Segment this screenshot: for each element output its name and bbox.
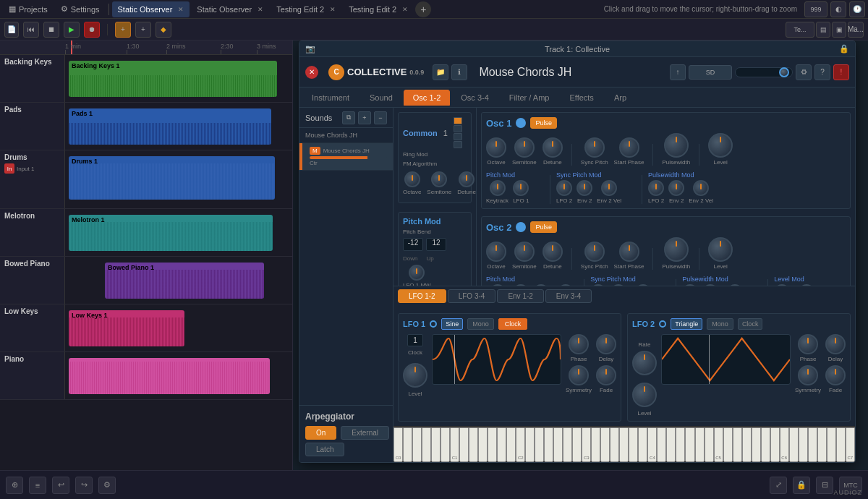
close-tab-4[interactable]: ✕ xyxy=(402,6,408,13)
tab-osc-1-2[interactable]: Osc 1-2 xyxy=(404,90,451,106)
add-track-toolbar-btn[interactable]: ⊕ xyxy=(6,477,23,494)
common-tab-2[interactable] xyxy=(454,125,462,132)
tab-settings[interactable]: ⚙ Settings xyxy=(55,1,106,17)
osc1-env2-knob[interactable] xyxy=(576,180,592,196)
piano-white-key[interactable] xyxy=(412,427,422,462)
piano-white-key[interactable] xyxy=(817,427,827,462)
piano-white-key[interactable] xyxy=(600,427,610,462)
add-track-btn2[interactable]: + xyxy=(135,22,151,38)
piano-white-key[interactable] xyxy=(733,427,742,462)
lfo2-clock-btn[interactable]: Clock xyxy=(738,318,763,330)
lfo2-level-knob[interactable] xyxy=(632,383,657,407)
copy-sounds-btn[interactable]: ⧉ xyxy=(342,111,355,124)
piano-white-key[interactable] xyxy=(403,427,412,462)
piano-white-key[interactable] xyxy=(563,427,572,462)
tab-instrument[interactable]: Instrument xyxy=(302,90,359,106)
osc1-detune-knob[interactable] xyxy=(542,137,563,158)
osc1-semitone-knob[interactable] xyxy=(514,137,535,158)
piano-white-key[interactable] xyxy=(469,427,478,462)
folder-icon[interactable]: 📁 xyxy=(433,64,448,80)
piano-white-key[interactable] xyxy=(638,427,647,462)
piano-white-key[interactable] xyxy=(761,427,770,462)
add-event-btn[interactable]: + xyxy=(115,22,131,38)
osc2-octave-knob[interactable] xyxy=(486,242,506,262)
camera-icon[interactable]: 📷 xyxy=(305,44,315,54)
tl-misc-2[interactable]: ▤ xyxy=(816,22,830,38)
osc1-pw-env2vel-knob[interactable] xyxy=(693,180,709,196)
piano-white-key[interactable] xyxy=(591,427,600,462)
lfo2-phase-knob[interactable] xyxy=(798,334,818,354)
lfo1-symmetry-knob[interactable] xyxy=(569,365,589,385)
piano-white-key[interactable] xyxy=(705,427,714,462)
lfo1-sine-btn[interactable]: Sine xyxy=(441,318,463,330)
osc2-sync-pitch-knob[interactable] xyxy=(584,242,605,262)
piano-white-key[interactable] xyxy=(752,427,761,462)
piano-white-key[interactable]: C6 xyxy=(780,427,789,462)
lfo1-mono-btn[interactable]: Mono xyxy=(467,318,494,330)
osc2-level-knob[interactable] xyxy=(708,237,733,262)
piano-white-key[interactable] xyxy=(789,427,799,462)
piano-white-key[interactable]: C7 xyxy=(846,427,855,462)
lfo1-delay-knob[interactable] xyxy=(596,334,616,354)
piano-white-key[interactable] xyxy=(610,427,619,462)
close-button[interactable]: ✕ xyxy=(305,66,318,79)
piano-white-key[interactable] xyxy=(742,427,752,462)
common-tab-3[interactable] xyxy=(454,133,462,140)
volume-slider[interactable] xyxy=(735,67,793,77)
piano-white-key[interactable] xyxy=(535,427,544,462)
close-tab-3[interactable]: ✕ xyxy=(330,6,336,13)
common-tab-4[interactable] xyxy=(454,141,462,148)
track-content-drums[interactable]: Drums 1 xyxy=(65,150,292,208)
tab-projects[interactable]: ▦ Projects xyxy=(3,1,54,17)
clip-melotron-1[interactable]: Melotron 1 xyxy=(69,215,273,251)
piano-white-key[interactable] xyxy=(629,427,638,462)
info-icon[interactable]: ℹ xyxy=(451,64,467,80)
tab-arp[interactable]: Arp xyxy=(605,90,636,106)
common-tab-1[interactable] xyxy=(454,117,462,124)
track-content-backing-keys[interactable]: Backing Keys 1 xyxy=(65,55,292,102)
piano-white-key[interactable] xyxy=(422,427,431,462)
remove-sound-btn[interactable]: − xyxy=(374,111,387,124)
piano-white-key[interactable] xyxy=(488,427,497,462)
question-icon[interactable]: ? xyxy=(814,64,830,80)
piano-white-key[interactable] xyxy=(506,427,516,462)
piano-white-key[interactable] xyxy=(431,427,441,462)
piano-white-key[interactable]: C3 xyxy=(582,427,591,462)
osc1-sync-pitch-knob[interactable] xyxy=(584,137,605,158)
piano-white-key[interactable] xyxy=(478,427,488,462)
osc1-power-btn[interactable] xyxy=(516,118,526,128)
tab-lfo-1-2[interactable]: LFO 1-2 xyxy=(398,289,446,303)
minus-btn[interactable]: ⊟ xyxy=(816,477,833,494)
semitone-knob[interactable] xyxy=(431,171,447,187)
osc1-waveform-btn[interactable]: Pulse xyxy=(530,117,557,129)
lfo1-level-knob[interactable] xyxy=(403,363,427,388)
clip-pads-1[interactable]: Pads 1 xyxy=(69,108,271,145)
osc1-pulsewidth-knob[interactable] xyxy=(664,133,689,158)
lfo1-power-btn[interactable] xyxy=(430,320,437,328)
piano-white-key[interactable] xyxy=(572,427,582,462)
tab-testing-edit-1[interactable]: Testing Edit 2 ✕ xyxy=(271,1,341,17)
osc2-waveform-btn[interactable]: Pulse xyxy=(530,221,557,233)
tl-misc-1[interactable]: Te... xyxy=(786,22,814,38)
pitch-bend-up[interactable]: 12 xyxy=(426,238,446,251)
tab-effects[interactable]: Effects xyxy=(560,90,603,106)
osc1-octave-knob[interactable] xyxy=(486,137,506,158)
new-track-btn[interactable]: 📄 xyxy=(4,22,19,38)
osc1-env2vel-knob[interactable] xyxy=(601,180,617,196)
piano-white-key[interactable] xyxy=(666,427,676,462)
piano-white-key[interactable] xyxy=(553,427,563,462)
piano-white-key[interactable] xyxy=(657,427,666,462)
tab-osc-3-4[interactable]: Osc 3-4 xyxy=(451,90,498,106)
tab-env-1-2[interactable]: Env 1-2 xyxy=(497,289,543,303)
tab-static-observer-2[interactable]: Static Observer ✕ xyxy=(191,1,269,17)
piano-white-key[interactable]: C1 xyxy=(450,427,459,462)
settings-btn[interactable]: ⚙ xyxy=(98,477,116,494)
volume-bar[interactable] xyxy=(310,156,387,159)
clip-drums-1[interactable]: Drums 1 xyxy=(69,156,275,200)
piano-white-key[interactable]: C4 xyxy=(647,427,657,462)
piano-white-key[interactable] xyxy=(544,427,553,462)
lfo1-clock-val[interactable]: 1 xyxy=(407,334,423,346)
undo-btn[interactable]: ↩ xyxy=(52,477,69,494)
track-content-pads[interactable]: Pads 1 xyxy=(65,103,292,150)
list-view-btn[interactable]: ≡ xyxy=(29,477,46,494)
